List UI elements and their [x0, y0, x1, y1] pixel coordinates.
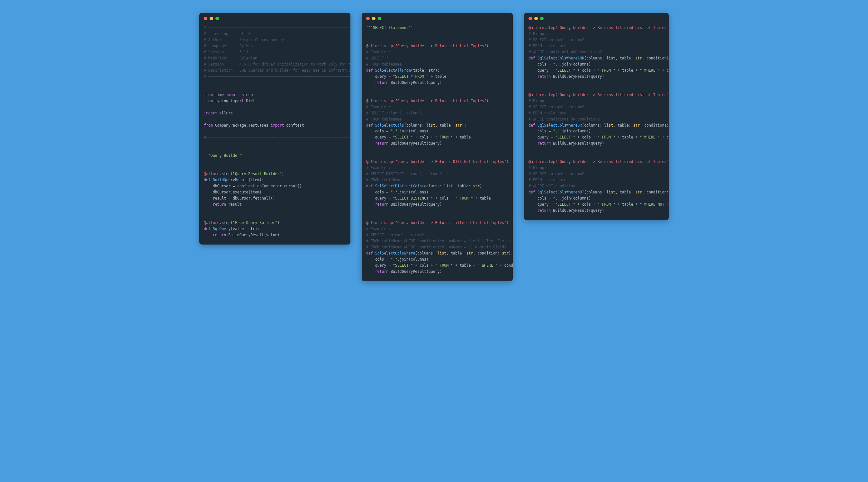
code-line: # ──────────────────────────────────────…	[204, 25, 350, 30]
ident: time	[213, 93, 226, 97]
decorator: @allure	[204, 220, 219, 225]
ident: (table:	[410, 68, 428, 73]
titlebar	[199, 13, 350, 22]
string: ","	[391, 257, 397, 262]
keyword: def	[204, 227, 213, 231]
keyword: return	[537, 74, 551, 79]
decorator: @allure.step("Query builder -> Returns f…	[528, 25, 669, 30]
code-line: # FROM table_name	[528, 178, 566, 182]
ident: .join(columns)	[397, 129, 429, 133]
ident: .join(columns)	[560, 196, 591, 200]
ident: + table	[473, 196, 491, 200]
keyword: def	[528, 190, 537, 194]
ident: (columns:	[415, 251, 437, 255]
code-line: # SELECT DISTINCT column1, column2, ...	[366, 171, 453, 176]
string: " WHERE NOT "	[640, 202, 669, 206]
ident: ):	[255, 227, 259, 231]
string: "SELECT * FROM "	[393, 74, 429, 79]
code-content-3[interactable]: @allure.step("Query builder -> Returns f…	[524, 22, 669, 220]
string: " FROM "	[598, 68, 615, 73]
code-line: # Version : 4.6.0 for driver initializat…	[204, 62, 350, 66]
decorator: @allure.step("Query builder -> Returns L…	[366, 44, 489, 48]
maximize-icon[interactable]	[540, 17, 544, 20]
code-content-2[interactable]: '''SELECT Statement''' @allure.step("Que…	[362, 22, 513, 281]
ident: ):	[508, 251, 513, 255]
titlebar	[362, 13, 513, 22]
type: list	[606, 190, 615, 194]
code-line	[528, 74, 537, 79]
string: ","	[553, 62, 560, 66]
ident: ):	[462, 123, 466, 128]
code-line	[366, 141, 375, 146]
code-line: # Example :	[366, 105, 391, 109]
code-line: # SELECT *	[366, 56, 389, 60]
code-line: # Example :	[366, 227, 391, 231]
string: " WHERE "	[477, 263, 497, 268]
code-line: # Example :	[528, 31, 553, 36]
code-line: # -- coding : utf-8 --	[204, 31, 257, 36]
string: " FROM "	[455, 196, 473, 200]
type: str	[502, 251, 508, 255]
string: ","	[391, 129, 397, 133]
code-window-3: @allure.step("Query builder -> Returns f…	[524, 13, 669, 220]
keyword: def	[528, 123, 537, 128]
string: "SELECT "	[393, 135, 413, 139]
ident: + cols +	[413, 135, 435, 139]
ident: , table:	[615, 56, 635, 60]
function-name: SqlSelectDistinctCols	[375, 184, 422, 188]
ident: + table +	[453, 263, 477, 268]
decorator: @allure.step("Query builder -> Returns f…	[528, 93, 669, 97]
close-icon[interactable]	[204, 17, 207, 20]
ident: query =	[366, 135, 393, 139]
docstring: '''Query Builder'''	[204, 153, 246, 158]
code-line	[366, 202, 375, 206]
string: "SELECT "	[393, 263, 413, 268]
close-icon[interactable]	[366, 17, 370, 20]
ident: .step(	[219, 220, 233, 225]
maximize-icon[interactable]	[378, 17, 381, 20]
ident: cols =	[528, 129, 553, 133]
type: list	[437, 251, 446, 255]
type: list	[426, 123, 435, 128]
string: "SELECT "	[555, 68, 575, 73]
minimize-icon[interactable]	[534, 17, 538, 20]
keyword: return	[375, 80, 389, 85]
ident: + condition1 +	[660, 68, 669, 73]
ident: BuildQueryResult(query)	[389, 202, 442, 206]
keyword: return	[213, 202, 226, 206]
ident: + cols +	[413, 263, 435, 268]
ident: cols =	[366, 190, 391, 194]
code-line: # WebDriver : Selenium	[204, 56, 257, 60]
ident: , table:	[435, 123, 455, 128]
close-icon[interactable]	[528, 17, 532, 20]
minimize-icon[interactable]	[210, 17, 213, 20]
keyword: import	[226, 93, 240, 97]
ident: , table:	[453, 184, 473, 188]
ident: cols =	[366, 129, 391, 133]
minimize-icon[interactable]	[372, 17, 375, 20]
code-line: # SELECT column1, column2, ...	[528, 105, 595, 109]
code-line: # FROM table_name	[528, 111, 566, 115]
type: str	[455, 123, 462, 128]
maximize-icon[interactable]	[215, 17, 219, 20]
code-line	[528, 141, 537, 146]
code-line: # Author : Sergei Chernyahovsky	[204, 38, 284, 42]
type: str	[635, 56, 642, 60]
string: " FROM "	[435, 135, 453, 139]
ident: BuildQueryResult(query)	[551, 141, 604, 146]
code-line: # FROM tableName	[366, 178, 402, 182]
ident: + condition	[498, 263, 513, 268]
function-name: BuildQueryResult	[213, 178, 248, 182]
code-content-1[interactable]: # ──────────────────────────────────────…	[199, 22, 350, 245]
ident: .step(	[219, 171, 233, 176]
keyword: import	[230, 99, 244, 103]
code-line: # Example :	[528, 99, 553, 103]
keyword: return	[537, 208, 551, 213]
function-name: SqlSelectCols	[375, 123, 404, 128]
code-line: dbCursor = conftest.dbConnector.cursor()	[204, 184, 302, 188]
ident: + table	[453, 135, 471, 139]
code-line: # FROM tableName WHERE condition(columnN…	[366, 239, 511, 243]
ident: BuildQueryResult(query)	[389, 141, 442, 146]
titlebar	[524, 13, 669, 22]
keyword: def	[366, 123, 375, 128]
